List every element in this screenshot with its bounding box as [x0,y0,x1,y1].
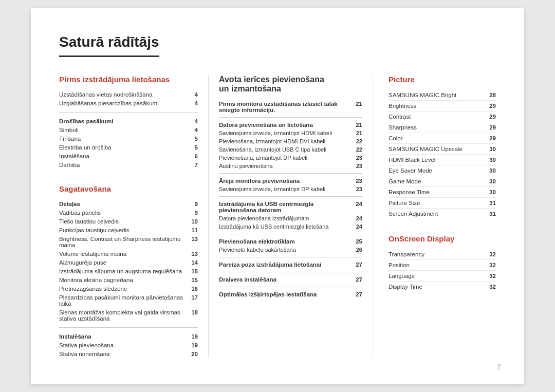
list-item: Brightness29 [388,101,496,111]
item-label: Detaļas [59,199,188,208]
item-label: Tiešo taustiņu ceļvedis [59,217,188,226]
list-item: Datora pievienošana izstrādājumam24 [219,214,362,222]
item-page: 22 [349,145,362,154]
section2-table: Detaļas9Vadības panelis9Tiešo taustiņu c… [59,199,198,358]
item-page: 9 [188,208,198,217]
list-item: Draivera instalēšana27 [219,275,362,284]
list-item: Tīrīšana5 [59,134,198,143]
item-page: 27 [349,275,362,284]
item-page: 21 [349,121,362,129]
item-label: Izstrādājuma kā USB centrmezgla pievieno… [219,200,349,214]
item-label: Pievienošana elektrotīklam [219,237,349,246]
list-item: Brightness, Contrast un Sharpness iestat… [59,234,198,249]
item-label: Sienas montāžas komplekta vai galda virs… [59,308,188,323]
item-label: Stativa nonemšana [59,349,188,358]
item-page: 32 [480,249,496,260]
item-label: Game Mode [388,176,480,187]
list-item: Sharpness29 [388,122,496,133]
item-page: 5 [188,143,198,152]
item-page: 15 [188,275,198,284]
item-page: 23 [349,177,362,185]
section-title-right-2: OnScreen Display [388,234,496,243]
list-item: Volume iestatijuma maina13 [59,249,198,258]
item-label: Optimālas izšķirtspējas iestatīšana [219,290,349,298]
list-item: Aizmugurēja puse14 [59,258,198,267]
section-title-left-2: Sagatavošana [59,184,198,193]
item-label: Drošības pasākumi [59,117,188,125]
item-page: 15 [188,267,198,275]
onscreen-table: Transparency32Position32Language32Displa… [388,249,496,292]
item-label: Brightness [388,101,480,111]
page: Saturā rādītājs Pirms izstrādājuma lieto… [31,8,524,384]
list-item: Izstrādājuma slīpuma un augstuma regulēš… [59,267,198,275]
list-item: Savienojuma izveide, izmantojot DP kabel… [219,185,362,193]
mid-section-table: Pirms monitora uzstādīšanas izlasiet tāl… [219,100,362,298]
list-item: Eye Saver Mode30 [388,165,496,176]
list-item: Izstrādājuma kā USB centrmezgla pievieno… [219,200,362,214]
list-item: Uzglabāšanas piesardzības pasākumi4 [59,99,198,107]
item-page: 32 [480,282,496,292]
item-label: SAMSUNG MAGIC Bright [388,90,480,101]
list-item: Contrast29 [388,111,496,122]
list-item: Display Time32 [388,282,496,292]
list-item: Savienojuma izveide, izmantojot HDMI kab… [219,129,362,137]
item-page: 31 [480,198,496,209]
list-item: Darbiba7 [59,160,198,169]
item-label: Volume iestatijuma maina [59,249,188,258]
item-label: Uzglabāšanas piesardzības pasākumi [59,99,188,107]
item-page: 9 [188,199,198,208]
list-item: Drošības pasākumi4 [59,117,198,125]
list-item: Instalēšana19 [59,332,198,341]
item-page: 13 [188,249,198,258]
item-label: Aizmugurēja puse [59,258,188,267]
item-page: 29 [480,122,496,133]
item-page: 19 [188,332,198,341]
item-page: 30 [480,155,496,165]
list-item: Screen Adjustment31 [388,209,496,219]
item-page: 28 [480,90,496,101]
item-page: 24 [349,200,362,214]
list-item: Pievienoto kabeļu sakārtošana26 [219,246,362,254]
list-item: Pievienošana, izmantojot HDMI-DVI kabeli… [219,137,362,145]
item-page: 14 [188,258,198,267]
list-item: Pievienošana elektrotīklam25 [219,237,362,246]
item-label: Language [388,271,480,282]
item-label: Position [388,260,480,271]
item-page: 19 [188,341,198,349]
list-item: Pretnozagšanas slēdzene16 [59,284,198,293]
list-item: Response Time30 [388,187,496,198]
list-item: Uzstādīšanas vietas nodrošināšana4 [59,90,198,99]
item-page: 29 [480,133,496,144]
list-item: Sienas montāžas komplekta vai galda virs… [59,308,198,323]
list-item: Ārējā monitora pievienošana23 [219,177,362,185]
item-label: Vadības panelis [59,208,188,217]
item-page: 6 [188,152,198,160]
item-page: 13 [188,234,198,249]
list-item: Funkcijas taustiņu ceļvedis11 [59,226,198,234]
item-page: 4 [188,99,198,107]
section-title-right-1: Picture [388,75,496,84]
list-item: Language32 [388,271,496,282]
item-label: Brightness, Contrast un Sharpness iestat… [59,234,188,249]
item-label: Sharpness [388,122,480,133]
item-page: 18 [188,308,198,323]
list-item: Piesardzibas pasākumi monitora pārvietoš… [59,293,198,308]
right-column: Picture SAMSUNG MAGIC Bright28Brightness… [373,75,496,358]
item-page: 31 [480,209,496,219]
item-page: 7 [188,160,198,169]
list-item: Pirms monitora uzstādīšanas izlasiet tāl… [219,100,362,114]
item-label: Pievienoto kabeļu sakārtošana [219,246,349,254]
item-label: Transparency [388,249,480,260]
item-label: Eye Saver Mode [388,165,480,176]
item-page: 10 [188,217,198,226]
list-item: Transparency32 [388,249,496,260]
picture-table: SAMSUNG MAGIC Bright28Brightness29Contra… [388,90,496,219]
item-label: Savienojuma izveide, izmantojot HDMI kab… [219,129,349,137]
item-page: 21 [349,129,362,137]
item-label: Datora pievienošana izstrādājumam [219,214,349,222]
list-item: Pievienošana, izmantojot DP kabeli23 [219,154,362,162]
section-title-left-1: Pirms izstrādājuma lietošanas [59,75,198,84]
page-number: 2 [497,363,501,371]
list-item: Position32 [388,260,496,271]
item-label: Display Time [388,282,480,292]
